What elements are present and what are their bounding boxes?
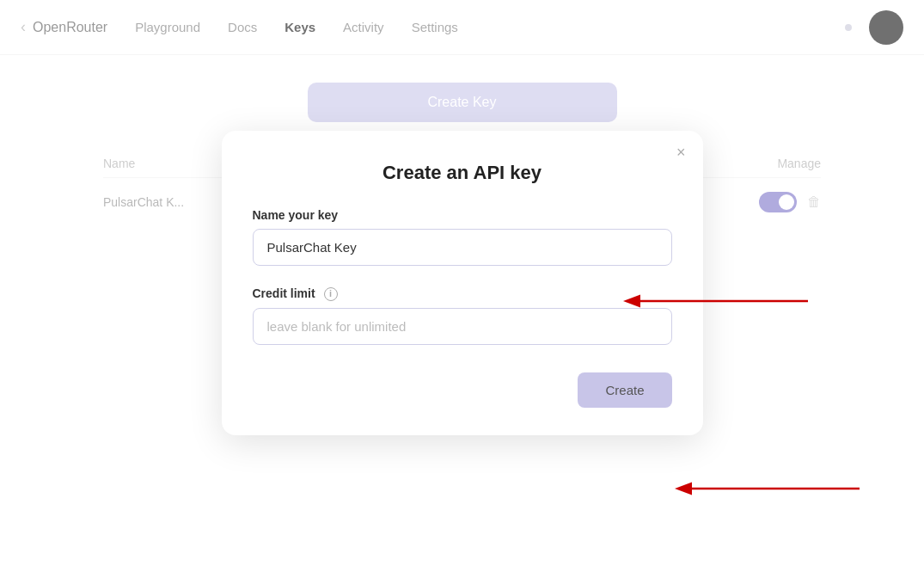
credit-limit-input[interactable] (253, 308, 672, 345)
credit-limit-label: Credit limit i (253, 286, 672, 301)
modal-create-button[interactable]: Create (578, 372, 671, 408)
create-api-key-modal: × Create an API key Name your key Credit… (222, 131, 703, 435)
key-name-input[interactable] (253, 229, 672, 266)
credit-limit-info-icon: i (324, 287, 338, 301)
arrow-name-input (619, 284, 808, 318)
name-field-label: Name your key (253, 208, 672, 222)
modal-close-button[interactable]: × (676, 145, 686, 160)
modal-footer: Create (253, 372, 672, 408)
modal-title: Create an API key (253, 162, 672, 184)
arrow-create-button (670, 471, 860, 506)
